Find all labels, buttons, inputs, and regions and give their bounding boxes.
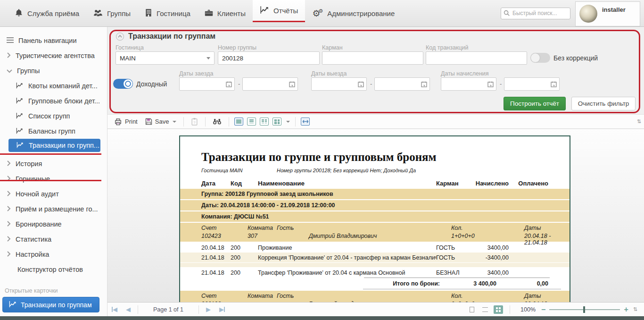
- accrual-date-from-input[interactable]: [441, 77, 496, 91]
- chart-icon: [8, 301, 17, 309]
- nav-reception[interactable]: Служба приёма: [8, 0, 86, 26]
- nav-groups[interactable]: Группы: [86, 0, 138, 26]
- sidebar-item-report-builder[interactable]: Конструктор отчётов: [0, 262, 107, 277]
- cell-date: 21.04.18: [201, 254, 231, 261]
- search-input[interactable]: [501, 8, 570, 19]
- hotel-label: Гостиница: [116, 44, 144, 51]
- booking-qty: 1+0+0+0: [451, 233, 475, 239]
- sidebar-item-group-blocks[interactable]: Групповые блоки дет...: [0, 93, 107, 109]
- zoom-one-page-button[interactable]: [467, 305, 477, 314]
- report-hotel-line: Гостиница MAIN: [201, 168, 243, 173]
- no-corrections-toggle-label: Без коррекций: [553, 54, 598, 62]
- view-single-page-button[interactable]: [234, 118, 243, 126]
- open-cards-label: Открытые карточки: [0, 287, 107, 294]
- sidebar-item-history[interactable]: История: [0, 156, 107, 171]
- col-date: Дата: [201, 180, 231, 187]
- annotation-underline-sidebar-item: [0, 180, 101, 181]
- date-range-dash: -: [370, 80, 372, 87]
- save-button[interactable]: Save: [143, 117, 179, 126]
- main-nav: Служба приёма Группы Гостиница Клиенты О…: [0, 0, 402, 26]
- nav-hotel[interactable]: Гостиница: [138, 0, 198, 26]
- departure-date-from-input[interactable]: [311, 77, 367, 91]
- booking-total-row: Итого по брони: 3 400,00 0,00: [180, 278, 570, 289]
- zoom-fit-width-button[interactable]: [480, 305, 490, 314]
- nav-reports[interactable]: Отчёты: [253, 0, 305, 22]
- one-page-icon: [470, 307, 474, 312]
- total-accrued: 3 400,00: [440, 280, 496, 287]
- first-page-button[interactable]: ◀: [107, 306, 122, 313]
- user-panel[interactable]: installer: [575, 1, 640, 26]
- accrual-date-to-input[interactable]: [504, 77, 560, 91]
- toolbar-scroll-spinner[interactable]: ⇅: [637, 118, 641, 125]
- fit-page-width-button[interactable]: [301, 118, 310, 126]
- sidebar-item-label: Настройка: [16, 251, 49, 258]
- pocket-input[interactable]: [322, 51, 423, 65]
- page-width-icon: [303, 119, 308, 124]
- chart-icon: [260, 6, 269, 16]
- profitable-toggle[interactable]: [113, 79, 133, 89]
- build-report-button[interactable]: Построить отчёт: [504, 97, 566, 110]
- next-page-button[interactable]: ▶: [202, 306, 215, 313]
- bottom-strip: [0, 316, 644, 320]
- clipboard-button-disabled[interactable]: ?: [189, 117, 200, 126]
- statusbar-scroll-spinner[interactable]: ⇅: [633, 306, 637, 312]
- sidebar-item-company-quotas[interactable]: Квоты компаний дет...: [0, 78, 107, 93]
- view-thumbnails-button[interactable]: [272, 118, 281, 126]
- zoom-multi-page-button[interactable]: [494, 305, 503, 314]
- arrival-date-to-input[interactable]: [242, 77, 298, 91]
- nav-clients[interactable]: Клиенты: [198, 0, 253, 26]
- sidebar-item-booking[interactable]: Бронирование: [0, 217, 107, 232]
- zoom-out-button[interactable]: −: [541, 305, 545, 314]
- slider-handle[interactable]: [583, 306, 585, 313]
- transaction-code-input[interactable]: [426, 51, 527, 65]
- zoom-slider[interactable]: [549, 305, 620, 314]
- nav-administration[interactable]: ⚙⚙ Администрирование: [305, 0, 402, 26]
- collapse-panel-icon[interactable]: [116, 33, 124, 41]
- clear-filter-button[interactable]: Очистить фильтр: [571, 97, 636, 110]
- sidebar-item-group-transactions[interactable]: Транзакции по групп...: [8, 139, 100, 152]
- view-facing-pages-button[interactable]: [260, 118, 269, 126]
- sidebar-item-groups[interactable]: Группы: [0, 63, 107, 78]
- accrual-dates-label: Даты начисления: [441, 70, 489, 77]
- departure-date-to-input[interactable]: [374, 77, 430, 91]
- cell-accrued: -3400,00: [473, 254, 509, 261]
- cell-pocket: ГОСТЬ: [436, 254, 473, 261]
- last-page-button[interactable]: ▶: [215, 306, 229, 313]
- sidebar-item-statistics[interactable]: Статистика: [0, 232, 107, 247]
- total-label: Итого по брони:: [201, 280, 440, 287]
- cell-date: 21.04.18: [201, 269, 231, 276]
- sidebar-item-travel-agencies[interactable]: Туристические агентства: [0, 48, 107, 63]
- chevron-down-icon: [173, 121, 176, 123]
- zoom-in-button[interactable]: +: [624, 305, 628, 314]
- sidebar-item-checkin[interactable]: Приём и размещение го...: [0, 202, 107, 217]
- sidebar-item-label: Ночной аудит: [16, 190, 59, 198]
- zoom-value: 100%: [520, 306, 536, 313]
- prev-page-button[interactable]: ◀: [122, 306, 135, 313]
- sidebar-item-night-audit[interactable]: Ночной аудит: [0, 186, 107, 202]
- nav-label: Гостиница: [157, 9, 190, 17]
- page-single-icon: [236, 119, 241, 124]
- sidebar-item-settings[interactable]: Настройка: [0, 247, 107, 262]
- arrival-date-from-input[interactable]: [179, 77, 235, 91]
- cell-name: Коррекция 'Проживание' от 20.04 - трансф…: [253, 254, 436, 261]
- sidebar-item-group-balances[interactable]: Балансы групп: [0, 124, 107, 139]
- hotel-select[interactable]: MAIN: [116, 51, 215, 65]
- group-number-input[interactable]: [218, 51, 320, 65]
- statusbar-separator: [510, 305, 510, 314]
- view-continuous-button[interactable]: [247, 118, 256, 126]
- booking-room: 307: [248, 233, 257, 239]
- search-report-button[interactable]: [211, 117, 223, 126]
- sidebar-item-maids[interactable]: Горничные: [0, 171, 107, 186]
- open-card-group-transactions[interactable]: Транзакции по группам: [2, 297, 99, 312]
- page-thumbnails-icon: [274, 119, 280, 124]
- chevron-down-icon[interactable]: [286, 121, 290, 123]
- main-content: Транзакции по группам Гостиница MAIN Ном…: [107, 27, 644, 316]
- sidebar-item-group-list[interactable]: Список групп: [0, 109, 107, 124]
- report-page: Транзакции по группе и групповым броням …: [179, 135, 570, 302]
- sidebar-item-navigation-panel[interactable]: Панель навигации: [0, 33, 107, 48]
- print-button[interactable]: Print: [112, 117, 140, 126]
- no-corrections-toggle[interactable]: [530, 53, 550, 63]
- report-group-band: Группа: 200128 Групповой заезд школьнико…: [180, 189, 570, 199]
- chevron-right-icon: [7, 52, 11, 59]
- page-facing-icon: [262, 119, 267, 124]
